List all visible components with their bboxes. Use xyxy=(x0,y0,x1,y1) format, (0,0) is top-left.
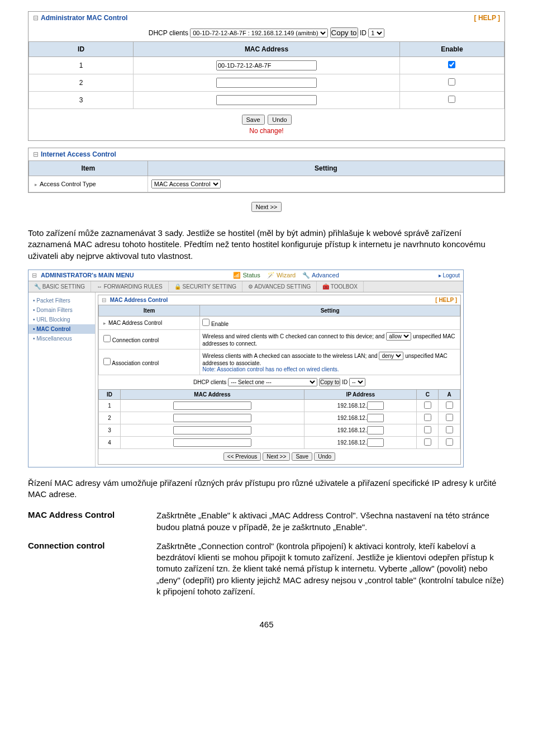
th-mac: MAC Address xyxy=(120,389,304,399)
copy-to-button[interactable] xyxy=(330,27,358,38)
mac-ip-table: ID MAC Address IP Address C A 1192.168.1… xyxy=(98,389,460,449)
th-setting: Setting xyxy=(200,305,460,316)
th-enable: Enable xyxy=(399,42,504,57)
admin-mac-control-panel: ⊟Administrator MAC Control [ HELP ] DHCP… xyxy=(28,11,505,141)
mac-input[interactable] xyxy=(216,78,317,88)
a-checkbox[interactable] xyxy=(446,426,453,433)
sidebar-mac-control[interactable]: • MAC Control xyxy=(28,324,95,334)
th-item: Item xyxy=(29,161,148,176)
ip-suffix-input[interactable] xyxy=(367,401,384,410)
tab-advanced[interactable]: ⚙ ADVANCED SETTING xyxy=(242,281,317,292)
id-label: ID xyxy=(360,29,367,37)
tab-toolbox[interactable]: 🧰 TOOLBOX xyxy=(317,281,364,292)
mac-control-label: ▸MAC Address Control xyxy=(99,316,200,329)
allow-deny-select[interactable]: deny xyxy=(379,352,403,360)
mac-input[interactable] xyxy=(173,401,251,410)
enable-checkbox[interactable] xyxy=(448,61,455,68)
definition-term: Connection control xyxy=(28,541,156,597)
tab-forwarding[interactable]: ↔ FORWARDING RULES xyxy=(91,281,169,292)
mac-input[interactable] xyxy=(216,95,317,105)
tab-basic[interactable]: 🔧 BASIC SETTING xyxy=(28,281,91,292)
collapse-icon[interactable]: ⊟ xyxy=(33,150,39,158)
copy-to-button[interactable] xyxy=(319,378,340,386)
dhcp-label: DHCP clients xyxy=(149,29,188,37)
ip-cell: 192.168.12. xyxy=(304,412,417,424)
c-checkbox[interactable] xyxy=(424,438,431,446)
dhcp-label: DHCP clients xyxy=(193,379,226,385)
enable-checkbox[interactable] xyxy=(448,96,455,103)
sidebar-packet-filters[interactable]: • Packet Filters xyxy=(28,296,95,305)
cell-id: 3 xyxy=(29,92,134,109)
previous-button[interactable] xyxy=(223,452,261,461)
association-control-checkbox[interactable] xyxy=(103,358,111,365)
panel-head: ⊟ MAC Address Control [ HELP ] xyxy=(98,295,460,305)
panel-title: ⊟Internet Access Control xyxy=(33,150,116,158)
main-area: ⊟ MAC Address Control [ HELP ] Item Sett… xyxy=(96,292,463,467)
cell-id: 2 xyxy=(99,412,121,424)
ip-cell: 192.168.12. xyxy=(304,399,417,412)
cell-id: 1 xyxy=(29,57,134,74)
advanced-link[interactable]: 🔧 Advanced xyxy=(302,272,339,278)
definitions: MAC Address Control Zaškrtněte „Enable" … xyxy=(28,510,505,597)
id-select[interactable]: 1 xyxy=(368,29,384,37)
th-id: ID xyxy=(99,389,121,399)
ip-cell: 192.168.12. xyxy=(304,436,417,448)
dhcp-row: DHCP clients --- Select one --- ID -- xyxy=(98,375,460,389)
dhcp-select[interactable]: 00-1D-72-12-A8-7F : 192.168.12.149 (amit… xyxy=(190,29,328,37)
table-row: Connection control Wireless and wired cl… xyxy=(99,329,460,349)
mac-input[interactable] xyxy=(173,426,251,434)
body: • Packet Filters • Domain Filters • URL … xyxy=(28,292,463,467)
undo-button[interactable] xyxy=(268,115,291,125)
definition-desc: Zaškrtněte „Connection control" (kontrol… xyxy=(156,541,505,597)
status-link[interactable]: 📶 Status xyxy=(233,272,260,278)
logout-link[interactable]: ▸ Logout xyxy=(439,272,460,278)
internet-access-control-panel: ⊟Internet Access Control Item Setting ▸A… xyxy=(28,148,505,193)
next-button[interactable] xyxy=(251,202,282,212)
arrow-icon: ▸ xyxy=(35,182,37,187)
sidebar-miscellaneous[interactable]: • Miscellaneous xyxy=(28,334,95,343)
main-menu-title: ⊟ ADMINISTRATOR's MAIN MENU xyxy=(32,272,134,279)
connection-control-checkbox[interactable] xyxy=(103,335,111,342)
association-control-setting: Wireless clients with A checked can asso… xyxy=(200,349,460,375)
c-checkbox[interactable] xyxy=(424,426,431,433)
c-checkbox[interactable] xyxy=(424,414,431,421)
dhcp-clients-row: DHCP clients 00-1D-72-12-A8-7F : 192.168… xyxy=(28,24,505,41)
sidebar-domain-filters[interactable]: • Domain Filters xyxy=(28,305,95,315)
next-button[interactable] xyxy=(263,452,290,461)
mac-address-control-panel: ⊟ MAC Address Control [ HELP ] Item Sett… xyxy=(98,295,461,465)
a-checkbox[interactable] xyxy=(446,438,453,446)
definition-row: MAC Address Control Zaškrtněte „Enable" … xyxy=(28,510,505,533)
id-label: ID xyxy=(342,379,348,385)
button-row xyxy=(98,449,460,464)
undo-button[interactable] xyxy=(314,452,335,461)
save-button[interactable] xyxy=(242,115,265,125)
a-checkbox[interactable] xyxy=(446,414,453,421)
save-button[interactable] xyxy=(292,452,312,461)
cell-id: 3 xyxy=(99,424,121,436)
allow-deny-select[interactable]: allow xyxy=(386,332,411,341)
ip-suffix-input[interactable] xyxy=(367,438,384,447)
help-link[interactable]: [ HELP ] xyxy=(474,14,500,22)
mac-input[interactable] xyxy=(173,414,251,422)
sidebar-url-blocking[interactable]: • URL Blocking xyxy=(28,315,95,324)
help-link[interactable]: [ HELP ] xyxy=(435,297,457,303)
ip-suffix-input[interactable] xyxy=(367,414,384,422)
enable-checkbox[interactable] xyxy=(448,78,455,86)
ip-suffix-input[interactable] xyxy=(367,426,384,434)
enable-checkbox[interactable] xyxy=(202,319,210,326)
connection-control-setting: Wireless and wired clients with C checke… xyxy=(200,329,460,349)
dhcp-select[interactable]: --- Select one --- xyxy=(228,378,317,386)
collapse-icon[interactable]: ⊟ xyxy=(33,14,39,22)
a-checkbox[interactable] xyxy=(446,401,453,409)
th-c: C xyxy=(417,389,439,399)
table-row: Association control Wireless clients wit… xyxy=(99,349,460,375)
admin-screenshot: ⊟ ADMINISTRATOR's MAIN MENU 📶 Status 🪄 W… xyxy=(28,270,464,467)
id-select[interactable]: -- xyxy=(349,378,365,386)
access-type-select[interactable]: MAC Access Control xyxy=(151,179,221,188)
mac-input[interactable] xyxy=(216,60,317,70)
association-note: Note: Association control has no effect … xyxy=(202,366,339,372)
tab-security[interactable]: 🔒 SECURITY SETTING xyxy=(169,281,242,292)
mac-input[interactable] xyxy=(173,438,251,447)
c-checkbox[interactable] xyxy=(424,401,431,409)
wizard-link[interactable]: 🪄 Wizard xyxy=(267,272,296,278)
